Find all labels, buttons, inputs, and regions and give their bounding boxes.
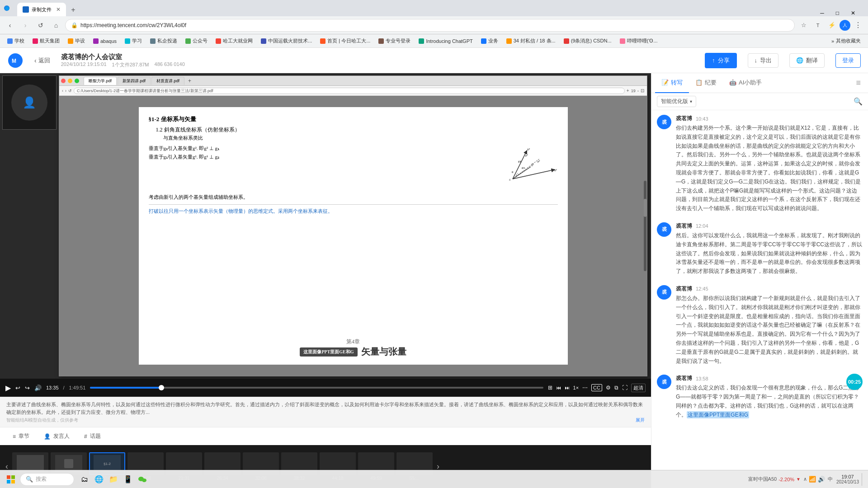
topic-tab[interactable]: # 话题 — [79, 430, 106, 443]
bookmark-more[interactable]: » 其他收藏夹 — [828, 36, 864, 46]
extension-star[interactable]: ☆ — [797, 19, 810, 32]
pdf-control-max[interactable] — [75, 79, 79, 83]
progress-bar[interactable] — [90, 387, 543, 389]
skip-back-button[interactable]: ⏮ — [556, 385, 561, 390]
expand-button[interactable]: 展开 — [636, 417, 645, 423]
bookmark-hit[interactable]: 哈工大就业网 — [212, 36, 256, 46]
tab-ai[interactable]: 🤖 AI小助手 — [723, 73, 768, 93]
login-button[interactable]: 登录 — [835, 53, 861, 68]
speaker-tab[interactable]: 👤 发言人 — [38, 430, 75, 443]
bookmark-abaqus[interactable]: abaqus — [90, 37, 120, 45]
tray-network-icon[interactable]: 📶 — [809, 476, 816, 483]
pdf-control-close[interactable] — [61, 79, 66, 83]
screen-layout-button[interactable]: ⊞ — [548, 385, 552, 391]
tab-transcript[interactable]: 📝 转写 — [655, 73, 689, 93]
pdf-fit[interactable]: ⊡ — [641, 88, 644, 93]
ai-version-select[interactable]: 智能优化版 ▾ — [657, 96, 696, 107]
msg-text-1: 你们去构建另外一个系。这个乘一开始说是我们就是X12，它是，直接有，比如说直接它… — [676, 124, 863, 213]
taskbar-explorer[interactable]: 🗂 — [78, 473, 91, 486]
bookmark-csdn[interactable]: (9条消息) CSDN... — [560, 36, 615, 46]
pip-button[interactable]: ⧉ — [614, 385, 618, 391]
summary-area: 主要讲述了曲线坐标系、椭圆坐标系等几何特性，以及如何通过这些特性进行微积分和弹性… — [0, 397, 651, 427]
bookmark-business[interactable]: 业务 — [477, 36, 502, 46]
url-bar[interactable]: 🔒 https://meeting.tencent.com/cw/2Y3WL4o… — [65, 19, 795, 32]
window-minimize[interactable]: ─ — [815, 10, 830, 16]
forward-button[interactable]: ↪ — [25, 385, 30, 391]
taskbar-edge[interactable]: 🌐 — [92, 473, 106, 486]
settings-button[interactable]: ⚙ — [606, 385, 611, 391]
pdf-nav-forward[interactable]: › — [65, 89, 66, 93]
bookmark-icon-7 — [185, 38, 191, 44]
tab-notes[interactable]: 📋 纪要 — [689, 73, 723, 93]
bookmark-rocket[interactable]: 中国运载火箭技术... — [257, 36, 316, 46]
back-button[interactable]: ‹ 返回 — [34, 56, 50, 65]
nav-refresh[interactable]: ↺ — [34, 19, 47, 32]
more-button[interactable]: ⋯ — [582, 385, 588, 391]
bookmark-icon-9 — [261, 38, 266, 44]
extensions-area: ☆ T ⚡ 人 ⋮ — [797, 19, 864, 32]
bookmark-bilibili[interactable]: 哔哩哔哩('ʘ... — [616, 36, 661, 46]
extension-translate[interactable]: T — [811, 19, 824, 32]
pdf-control-min[interactable] — [68, 79, 72, 83]
pdf-tab-2[interactable]: 新第四讲.pdf — [118, 77, 151, 85]
pdf-nav-reload[interactable]: ↺ — [68, 89, 72, 93]
svg-text:p²: p² — [525, 154, 528, 157]
tab-new-button[interactable]: + — [67, 4, 80, 16]
pdf-zoom-out[interactable]: - — [637, 88, 639, 93]
bookmark-school[interactable]: 学校 — [4, 36, 28, 46]
pdf-tab-1[interactable]: 断裂力学.pdf — [84, 77, 117, 85]
speed-button[interactable]: 1× — [573, 385, 579, 390]
chapter-tab[interactable]: ≡ 章节 — [7, 430, 35, 443]
fullscreen-button[interactable]: ⛶ — [622, 385, 627, 391]
play-button[interactable]: ▶ — [5, 384, 11, 392]
extension-profile[interactable]: 人 — [840, 20, 850, 31]
slide-vector-diagram: x¹ x² p p² p¹ g₁ g₂ θ — [499, 145, 558, 190]
room-info: 裘茗博的个人会议室 2024/10/12 19:15:01 1个文件287.87… — [61, 53, 185, 68]
bookmark-mail[interactable]: 34 封私信 / 18 条... — [503, 36, 559, 46]
bookmark-pro[interactable]: 专业号登录 — [375, 36, 414, 46]
pdf-tab-new[interactable]: + — [185, 77, 194, 85]
tray-ime-icon[interactable]: 中 — [827, 476, 834, 483]
window-maximize[interactable]: □ — [830, 10, 844, 16]
show-desktop[interactable] — [862, 473, 864, 486]
skip-forward-button[interactable]: ⏭ — [565, 385, 570, 390]
tab-active[interactable]: 录制文件 ✕ — [17, 3, 66, 16]
tab-close-icon[interactable]: ✕ — [56, 6, 61, 13]
extension-extensions[interactable]: ⚡ — [826, 19, 838, 32]
taskbar-wechat[interactable] — [136, 473, 149, 486]
pdf-url-bar[interactable]: C:/Users/Desktop/1-2请一春学学期课程课讲量分析与张量三法/新… — [74, 88, 625, 94]
translate-button[interactable]: 🌐 翻译 — [789, 53, 825, 68]
bookmark-study[interactable]: 学习 — [121, 36, 146, 46]
window-close[interactable]: ✕ — [845, 10, 861, 16]
share-button[interactable]: ↑ 分享 — [705, 53, 737, 68]
pdf-zoom-in[interactable]: + — [627, 88, 629, 93]
volume-button[interactable]: 🔊 — [34, 385, 42, 391]
progress-thumb[interactable] — [159, 385, 164, 390]
bookmark-thesis[interactable]: 毕设 — [64, 36, 89, 46]
pdf-nav-back[interactable]: ‹ — [62, 89, 63, 93]
taskbar-phone[interactable]: 📱 — [121, 473, 135, 486]
nav-forward[interactable]: › — [19, 19, 32, 32]
bookmark-aerospace[interactable]: 航天集团 — [29, 36, 63, 46]
bookmark-today[interactable]: 首页 | 今日哈工大... — [316, 36, 374, 46]
bookmark-chatgpt[interactable]: Introducing ChatGPT — [415, 37, 476, 45]
taskbar-folder[interactable]: 📁 — [107, 473, 120, 486]
clock[interactable]: 19:07 2024/10/13 — [836, 474, 859, 484]
cc-button[interactable]: CC — [591, 384, 602, 391]
panel-search-button[interactable]: 🔍 — [854, 97, 863, 106]
taskbar-search[interactable]: 🔍 搜索 — [20, 473, 74, 486]
nav-back[interactable]: ‹ — [4, 19, 16, 32]
bookmark-jobs[interactable]: 私企投递 — [146, 36, 181, 46]
clarity-label[interactable]: 超清 — [631, 384, 646, 392]
menu-button[interactable]: ⋮ — [852, 19, 864, 32]
tray-up-icon[interactable]: ∧ — [803, 476, 807, 482]
pdf-tab-3[interactable]: 材质直讲.pdf — [151, 77, 184, 85]
bookmark-wechat[interactable]: 公众号 — [182, 36, 211, 46]
tray-volume-icon[interactable]: 🔊 — [818, 476, 825, 483]
start-button[interactable] — [4, 472, 18, 487]
panel-menu-button[interactable]: ≡ — [852, 78, 864, 88]
pdf-scrollbar[interactable] — [644, 181, 646, 271]
export-button[interactable]: ↓ 导出 — [748, 53, 779, 68]
replay-button[interactable]: ↩ — [15, 385, 20, 391]
nav-home[interactable]: ⌂ — [50, 19, 62, 32]
